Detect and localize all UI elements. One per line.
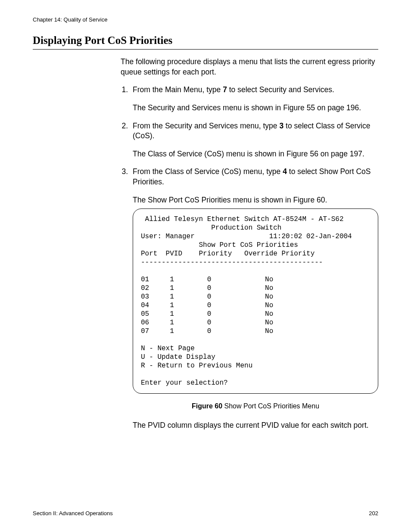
step-1-suffix: to select Security and Services. <box>227 85 334 94</box>
footer-section: Section II: Advanced Operations <box>33 510 113 516</box>
table-row: 07 1 0 No <box>141 327 273 335</box>
terminal-user: User: Manager 11:20:02 02-Jan-2004 <box>141 233 352 240</box>
table-row: 05 1 0 No <box>141 310 273 318</box>
footer-page-number: 202 <box>369 510 378 516</box>
step-1-prefix: From the Main Menu, type <box>133 85 223 94</box>
procedure-list: From the Main Menu, type 7 to select Sec… <box>121 85 378 430</box>
step-3-prefix: From the Class of Service (CoS) menu, ty… <box>133 167 283 176</box>
nav-next: N - Next Page <box>141 345 195 352</box>
step-3-note: The Show Port CoS Priorities menu is sho… <box>133 195 378 205</box>
figure-label: Figure 60 <box>192 402 222 410</box>
body-content: The following procedure displays a menu … <box>121 57 378 438</box>
section-title: Displaying Port CoS Priorities <box>33 34 378 50</box>
step-1-note: The Security and Services menu is shown … <box>133 103 378 113</box>
table-row: 02 1 0 No <box>141 284 273 292</box>
terminal-line-1: Allied Telesyn Ethernet Switch AT-8524M … <box>141 215 343 223</box>
table-row: 01 1 0 No <box>141 276 273 283</box>
nav-return: R - Return to Previous Menu <box>141 362 252 370</box>
intro-paragraph: The following procedure displays a menu … <box>121 57 378 77</box>
step-2: From the Security and Services menu, typ… <box>130 121 378 159</box>
table-row: 03 1 0 No <box>141 293 273 301</box>
step-2-prefix: From the Security and Services menu, typ… <box>133 121 279 130</box>
figure-caption: Figure 60 Show Port CoS Priorities Menu <box>133 401 378 411</box>
terminal-line-2: Production Switch <box>141 224 281 232</box>
step-2-note: The Class of Service (CoS) menu is shown… <box>133 149 378 159</box>
step-2-key: 3 <box>279 121 283 130</box>
table-row: 04 1 0 No <box>141 302 273 309</box>
terminal-menu-title: Show Port CoS Priorities <box>141 241 298 249</box>
step-3-key: 4 <box>283 167 287 176</box>
step-1-key: 7 <box>223 85 227 94</box>
table-row: 06 1 0 No <box>141 319 273 327</box>
chapter-header: Chapter 14: Quality of Service <box>33 16 107 23</box>
figure-caption-text: Show Port CoS Priorities Menu <box>222 402 319 410</box>
terminal-screen: Allied Telesyn Ethernet Switch AT-8524M … <box>133 208 378 394</box>
after-figure-paragraph: The PVID column displays the current PVI… <box>133 420 378 431</box>
terminal-prompt: Enter your selection? <box>141 379 228 387</box>
nav-update: U - Update Display <box>141 353 215 361</box>
terminal-divider: ----------------------------------------… <box>141 258 323 266</box>
terminal-columns: Port PVID Priority Override Priority <box>141 250 314 258</box>
step-3: From the Class of Service (CoS) menu, ty… <box>130 167 378 430</box>
step-1: From the Main Menu, type 7 to select Sec… <box>130 85 378 113</box>
